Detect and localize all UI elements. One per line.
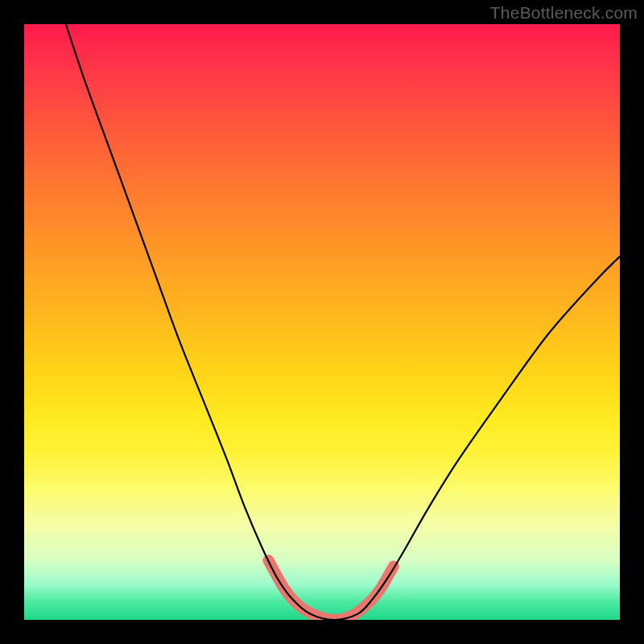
- watermark-label: TheBottleneck.com: [490, 3, 638, 23]
- bottleneck-curve: [66, 24, 620, 620]
- marker-highlight: [268, 560, 393, 620]
- plot-area: [24, 24, 620, 620]
- chart-frame: TheBottleneck.com: [0, 0, 644, 644]
- chart-svg: [24, 24, 620, 620]
